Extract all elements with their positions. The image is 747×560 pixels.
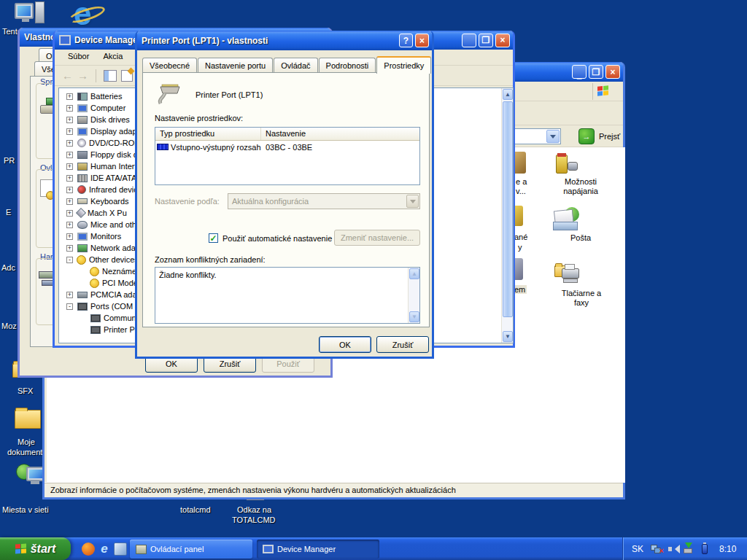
tree-expander[interactable]: +	[66, 175, 73, 182]
partial-label-1b[interactable]: v...	[516, 187, 526, 195]
taskbar-button-device-manager[interactable]: Device Manager	[257, 540, 379, 559]
go-label[interactable]: Prejsť	[599, 132, 620, 141]
printers-faxes-icon[interactable]	[554, 261, 581, 287]
tree-expander[interactable]: +	[66, 292, 73, 298]
volume-icon[interactable]	[667, 543, 678, 555]
properties-tool-icon[interactable]	[121, 70, 133, 82]
device-tree-scrollbar[interactable]: ▲ ▼	[501, 88, 513, 343]
mail-icon[interactable]	[553, 207, 579, 232]
tree-expander[interactable]: +	[66, 140, 73, 147]
device-type-icon	[77, 151, 88, 159]
tree-expander[interactable]: +	[66, 117, 73, 123]
help-button[interactable]: ?	[399, 34, 413, 47]
totalcmd-label[interactable]: totalcmd	[180, 505, 211, 514]
tab-details[interactable]: Podrobnosti	[319, 58, 376, 72]
scroll-down-icon[interactable]: ▼	[503, 331, 513, 342]
firefox-quicklaunch-icon[interactable]	[82, 542, 95, 556]
tab-driver[interactable]: Ovládač	[274, 58, 317, 72]
printers-faxes-label-1[interactable]: Tlačiarne a	[553, 289, 610, 298]
maximize-button[interactable]: ❐	[589, 65, 603, 79]
safely-remove-icon[interactable]	[683, 543, 694, 555]
auto-settings-checkbox[interactable]: ✓	[209, 233, 218, 243]
tree-expander[interactable]: +	[66, 128, 73, 135]
resource-row[interactable]: Vstupno-výstupný rozsah 03BC - 03BE	[155, 141, 419, 153]
tree-expander[interactable]: +	[66, 152, 73, 158]
desktop-label-adc[interactable]: Adc	[1, 263, 15, 272]
menu-action[interactable]: Akcia	[97, 50, 128, 63]
column-resource-type[interactable]: Typ prostriedku	[155, 128, 261, 140]
conflicts-scroll-down-icon[interactable]: ▼	[409, 311, 419, 322]
tree-expander[interactable]: +	[66, 93, 73, 100]
network-places-label[interactable]: Miesta v sieti	[2, 505, 49, 514]
power-options-icon[interactable]	[553, 153, 579, 176]
my-documents-icon[interactable]	[15, 410, 41, 429]
resources-listview[interactable]: Typ prostriedku Nastavenie Vstupno-výstu…	[155, 127, 420, 185]
auto-settings-label[interactable]: Použiť automatické nastavenie	[222, 234, 332, 243]
dialog-close-button[interactable]: ×	[415, 34, 429, 47]
address-dropdown-button[interactable]	[546, 130, 560, 143]
clock[interactable]: 8:10	[719, 544, 736, 554]
power-options-label-2[interactable]: napájania	[553, 187, 608, 195]
scrollbar-thumb[interactable]	[503, 101, 513, 317]
explorer-quicklaunch-icon[interactable]	[114, 542, 127, 556]
partial-label-2b[interactable]: y	[518, 243, 522, 252]
tab-resources[interactable]: Prostriedky	[376, 56, 431, 74]
menu-file[interactable]: Súbor	[62, 50, 95, 63]
conflicts-scrollbar[interactable]: ▲ ▼	[408, 268, 419, 323]
tree-expander[interactable]: +	[66, 198, 73, 205]
tree-expander[interactable]: +	[66, 210, 73, 217]
conflicts-scroll-up-icon[interactable]: ▲	[409, 268, 419, 279]
device-type-icon	[77, 244, 88, 252]
totalcmd-shortcut-label-2[interactable]: TOTALCMD	[232, 516, 276, 524]
tree-expander[interactable]: +	[66, 245, 73, 252]
tree-expander[interactable]: -	[66, 257, 73, 263]
partial-label-2a[interactable]: ané	[514, 233, 527, 241]
back-icon[interactable]: ←	[62, 69, 73, 82]
conflicts-listbox[interactable]: Žiadne konflikty. ▲ ▼	[155, 267, 420, 324]
power-options-label-1[interactable]: Možnosti	[553, 177, 608, 186]
tree-expander[interactable]: +	[66, 163, 73, 170]
partial-label-1a[interactable]: e a	[516, 177, 527, 186]
dm-minimize-button[interactable]: _	[462, 34, 476, 47]
sfx-label[interactable]: SFX	[18, 386, 33, 395]
network-disconnected-icon[interactable]: ×	[651, 543, 662, 555]
tree-item-label: Monitors	[90, 232, 121, 241]
minimize-button[interactable]: _	[572, 65, 587, 79]
console-tree-toggle-icon[interactable]	[104, 70, 117, 82]
printers-faxes-label-2[interactable]: faxy	[553, 298, 610, 307]
tree-expander[interactable]: +	[66, 187, 73, 193]
tree-expander[interactable]: +	[66, 105, 73, 112]
close-button[interactable]: ×	[605, 65, 620, 79]
desktop-label-moz[interactable]: Moz	[1, 322, 17, 330]
battery-icon[interactable]	[699, 543, 711, 555]
tab-general[interactable]: Všeobecné	[142, 58, 197, 72]
my-documents-label-1[interactable]: Moje	[18, 438, 35, 446]
taskbar-button-control-panel[interactable]: Ovládací panel	[130, 540, 252, 559]
dm-maximize-button[interactable]: ❐	[479, 34, 493, 47]
tree-expander[interactable]: +	[66, 233, 73, 240]
tab-port-settings[interactable]: Nastavenie portu	[198, 58, 273, 72]
dialog-titlebar[interactable]: Printer Port (LPT1) - vlastnosti ? ×	[137, 31, 432, 50]
conflicts-value: Žiadne konflikty.	[159, 271, 217, 279]
totalcmd-shortcut-label-1[interactable]: Odkaz na	[237, 505, 271, 514]
mail-label[interactable]: Pošta	[553, 233, 608, 242]
my-documents-label-2[interactable]: dokument	[7, 448, 42, 456]
go-button[interactable]: →	[578, 128, 595, 144]
forward-icon[interactable]: →	[77, 69, 88, 82]
desktop-label-pr[interactable]: PR	[4, 156, 15, 165]
device-type-icon	[77, 233, 88, 241]
my-computer-icon[interactable]	[15, 1, 47, 26]
tree-expander[interactable]: -	[66, 303, 73, 310]
start-button[interactable]: štart	[0, 537, 71, 560]
dialog-ok-button[interactable]: OK	[319, 336, 371, 353]
scroll-up-icon[interactable]: ▲	[503, 89, 513, 100]
dm-close-button[interactable]: ×	[495, 34, 510, 47]
ie-quicklaunch-icon[interactable]: e	[98, 542, 111, 556]
tree-expander[interactable]: +	[66, 222, 73, 228]
language-indicator[interactable]: SK	[632, 544, 643, 554]
dialog-cancel-button[interactable]: Zrušiť	[376, 336, 429, 353]
tree-item-label: Computer	[90, 104, 125, 112]
dialog-tabstrip: VšeobecnéNastavenie portuOvládačPodrobno…	[142, 58, 432, 75]
desktop-label-e[interactable]: E	[6, 208, 11, 217]
column-setting[interactable]: Nastavenie	[261, 128, 419, 140]
